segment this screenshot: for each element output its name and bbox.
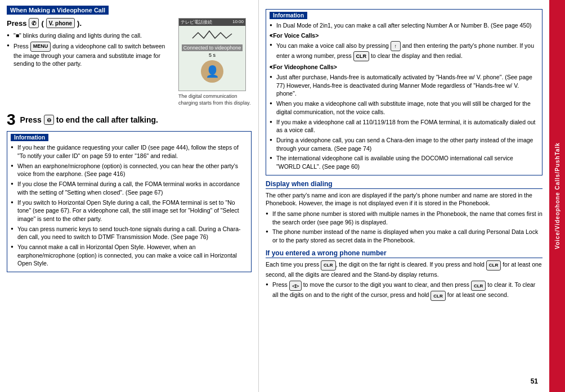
info-bullets-left: If you hear the guidance requesting your… (11, 143, 248, 268)
bullet-item: "■" blinks during dialing and lights dur… (7, 31, 173, 40)
press-line: Press ✆ ( V. phone ). (7, 18, 173, 28)
info-bullet: <For Videophone Calls> (270, 63, 539, 71)
bullet-item: Press MENU during a videophone call to s… (7, 42, 173, 68)
right-page-wrapper: Information In Dual Mode of 2in1, you ca… (266, 9, 542, 390)
display-when-dialing-header: Display when dialing (266, 180, 542, 189)
top-section: Press ✆ ( V. phone ). "■" blinks during … (7, 18, 252, 106)
screen-time: 10:00 (232, 19, 244, 25)
wrong-number-bullets: Press ◁▷ to move the cursor to the digit… (266, 281, 542, 301)
phone-screen: テレビ電話接続 10:00 Connected to videophone 5 … (178, 18, 246, 91)
display-when-dialing-body: The other party's name and icon are disp… (266, 191, 542, 208)
info-bullet: You can press numeric keys to send touch… (11, 225, 248, 241)
info-bullet: The international videophone call is ava… (270, 154, 539, 170)
side-tab: Voice/Videophone Calls/PushTalk (549, 0, 565, 392)
page-number: 51 (531, 377, 538, 385)
step-number: 3 (7, 112, 16, 128)
info-bullet: You cannot make a call in Horizontal Ope… (11, 243, 248, 268)
left-column: When Making a Videophone Call Press ✆ ( … (0, 0, 259, 392)
info-bullet: When an earphone/microphone (option) is … (11, 162, 248, 178)
vphone-button-icon: V. phone (46, 18, 75, 28)
dialing-bullet: The phone number instead of the name is … (266, 228, 542, 244)
wrong-number-header: If you entered a wrong phone number (266, 249, 542, 258)
info-bullet: If you switch to Horizontal Open Style d… (11, 199, 248, 223)
press-label: Press (7, 19, 26, 28)
right-column: Information In Dual Mode of 2in1, you ca… (259, 0, 549, 392)
screen-left-text: テレビ電話接続 (181, 19, 212, 25)
side-tab-text: Voice/Videophone Calls/PushTalk (554, 143, 560, 250)
wrong-number-body: Each time you press CLR, the digit on th… (266, 260, 542, 279)
info-bullet: You can make a voice call also by pressi… (270, 41, 539, 61)
info-bullet: If you close the FOMA terminal during a … (11, 180, 248, 196)
info-bullet: If you hear the guidance requesting your… (11, 143, 248, 160)
phone-image-area: テレビ電話接続 10:00 Connected to videophone 5 … (178, 18, 252, 106)
info-bullet: Just after purchase, Hands-free is autom… (270, 73, 539, 98)
paren-open: ( (41, 19, 43, 28)
info-bullet: If you make a videophone call at 110/119… (270, 118, 539, 134)
info-bullets-right: In Dual Mode of 2in1, you can make a cal… (270, 21, 539, 171)
step3-line: 3 Press ⊖ to end the call after talking. (7, 112, 252, 128)
step-suffix: to end the call after talking. (56, 115, 158, 124)
display-when-dialing-bullets: If the same phone number is stored with … (266, 210, 542, 245)
info-header-left: Information (11, 134, 48, 141)
info-bullet: In Dual Mode of 2in1, you can make a cal… (270, 21, 539, 30)
top-bullets: "■" blinks during dialing and lights dur… (7, 31, 173, 68)
section-header: When Making a Videophone Call (7, 6, 109, 15)
info-header-right: Information (270, 12, 307, 19)
top-text: Press ✆ ( V. phone ). "■" blinks during … (7, 18, 173, 106)
connected-label: Connected to videophone (182, 44, 243, 51)
info-bullet: <For Voice Calls> (270, 31, 539, 40)
display-when-dialing-section: Display when dialing The other party's n… (266, 180, 542, 245)
face-image: 👤 (201, 60, 223, 83)
info-box-left: Information If you hear the guidance req… (7, 131, 252, 272)
signal-wave (190, 28, 235, 42)
phone-screen-body: Connected to videophone 5 s 👤 (179, 26, 245, 87)
step-press-label: Press (20, 115, 42, 124)
info-bullet: When you make a videophone call with sub… (270, 100, 539, 116)
phone-screen-header: テレビ電話接続 10:00 (179, 19, 245, 26)
paren-close: ). (77, 19, 82, 28)
screen-caption: The digital communication charging start… (178, 93, 252, 106)
timer-display: 5 s (181, 52, 243, 58)
wrong-number-section: If you entered a wrong phone number Each… (266, 249, 542, 301)
dialing-bullet: If the same phone number is stored with … (266, 210, 542, 226)
main-content: When Making a Videophone Call Press ✆ ( … (0, 0, 565, 392)
wrong-number-bullet: Press ◁▷ to move the cursor to the digit… (266, 281, 542, 301)
info-bullet: During a videophone call, you can send a… (270, 136, 539, 152)
end-call-button: ⊖ (44, 115, 54, 125)
info-box-right: Information In Dual Mode of 2in1, you ca… (266, 9, 542, 175)
call-button-icon: ✆ (29, 18, 39, 28)
